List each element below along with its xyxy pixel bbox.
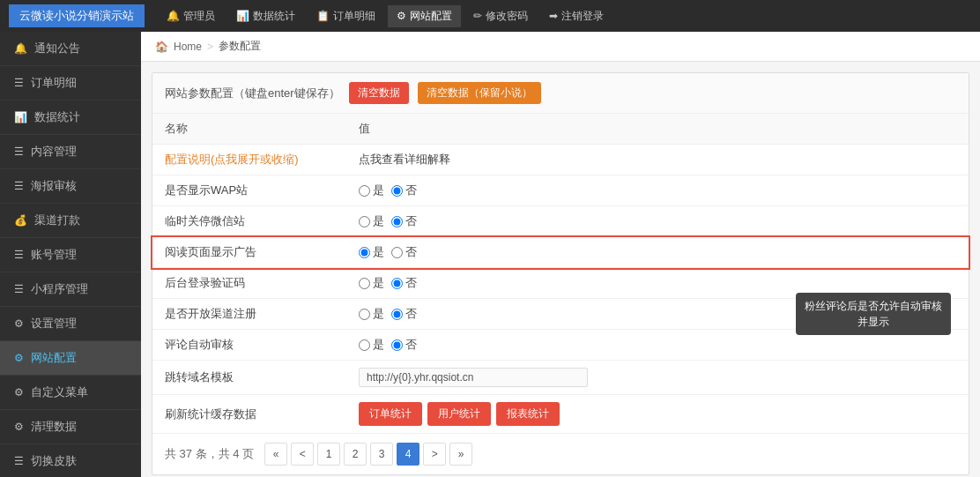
table-row: 跳转域名模板 [152, 361, 969, 395]
sidebar-item-content[interactable]: ☰ 内容管理 [0, 135, 141, 169]
radio-no[interactable] [391, 339, 403, 351]
row-value: 是 否 粉丝评论后是否允许自动审核 并显示 [346, 299, 969, 330]
top-bar: 云微读小说分销演示站 🔔 管理员 📊 数据统计 📋 订单明细 ⚙ 网站配置 ✏ … [0, 0, 980, 32]
top-nav-orders[interactable]: 📋 订单明细 [308, 5, 384, 27]
row-value: 是 否 [346, 237, 969, 268]
radio-yes-label[interactable]: 是 [359, 275, 384, 291]
row-name: 是否显示WAP站 [152, 175, 346, 206]
sidebar-item-site-config[interactable]: ⚙ 网站配置 [0, 341, 141, 376]
edit-icon: ✏ [473, 10, 482, 22]
page-1-button[interactable]: 1 [317, 443, 340, 466]
report-stats-button[interactable]: 报表统计 [496, 402, 560, 426]
sidebar-item-settings[interactable]: ⚙ 设置管理 [0, 307, 141, 341]
radio-group: 是 否 [359, 183, 956, 198]
config-header: 网站参数配置（键盘enter键保存） 清空数据 清空数据（保留小说） [152, 73, 969, 114]
sidebar: 🔔 通知公告 ☰ 订单明细 📊 数据统计 ☰ 内容管理 ☰ 海报审核 💰 渠道打… [0, 32, 141, 477]
menu-icon: ☰ [14, 77, 24, 89]
table-row: 配置说明(点我展开或收缩) 点我查看详细解释 [152, 145, 969, 175]
page-prev-button[interactable]: < [291, 443, 314, 466]
radio-no-label[interactable]: 否 [391, 306, 417, 322]
row-value: 是 否 [346, 206, 969, 237]
gear-icon: ⚙ [14, 317, 24, 330]
pagination: 共 37 条，共 4 页 « < 1 2 3 4 > » [152, 434, 969, 474]
radio-no[interactable] [391, 185, 403, 197]
page-2-button[interactable]: 2 [344, 443, 367, 466]
domain-template-input[interactable] [359, 368, 588, 387]
sidebar-item-notice[interactable]: 🔔 通知公告 [0, 32, 141, 66]
radio-yes-label[interactable]: 是 [359, 306, 384, 322]
sidebar-item-miniapp[interactable]: ☰ 小程序管理 [0, 272, 141, 307]
row-name: 配置说明(点我展开或收缩) [152, 145, 346, 175]
sidebar-item-switch-skin[interactable]: ☰ 切换皮肤 [0, 444, 141, 477]
table-row: 是否显示WAP站 是 否 [152, 175, 969, 206]
radio-yes[interactable] [359, 339, 370, 351]
radio-yes[interactable] [359, 309, 370, 320]
sidebar-item-clear-data[interactable]: ⚙ 清理数据 [0, 410, 141, 444]
radio-yes-label[interactable]: 是 [359, 213, 384, 229]
radio-no-label[interactable]: 否 [391, 183, 417, 198]
menu-icon: ☰ [14, 145, 24, 158]
bell-icon: 🔔 [14, 42, 27, 55]
row-value: 是 否 [346, 175, 969, 206]
radio-no[interactable] [391, 216, 403, 227]
page-last-button[interactable]: » [449, 443, 472, 466]
menu-icon: ☰ [14, 249, 24, 261]
radio-yes[interactable] [359, 185, 370, 197]
page-3-button[interactable]: 3 [370, 443, 393, 466]
sidebar-item-account[interactable]: ☰ 账号管理 [0, 238, 141, 272]
radio-group: 是 否 [359, 337, 956, 353]
clear-data-button[interactable]: 清空数据 [349, 82, 409, 104]
row-name: 是否开放渠道注册 [152, 299, 346, 330]
sidebar-item-orders[interactable]: ☰ 订单明细 [0, 66, 141, 101]
radio-no[interactable] [391, 247, 403, 258]
chart-icon: 📊 [14, 111, 27, 123]
radio-no-label[interactable]: 否 [391, 275, 417, 291]
table-row: 临时关停微信站 是 否 [152, 206, 969, 237]
order-stats-button[interactable]: 订单统计 [359, 402, 422, 426]
sidebar-item-poster[interactable]: ☰ 海报审核 [0, 169, 141, 204]
radio-yes-label[interactable]: 是 [359, 183, 384, 198]
radio-no-label[interactable]: 否 [391, 213, 417, 229]
site-title: 云微读小说分销演示站 [9, 4, 145, 27]
top-nav-logout[interactable]: ➡ 注销登录 [540, 5, 612, 27]
page-first-button[interactable]: « [264, 443, 287, 466]
radio-no-label[interactable]: 否 [391, 244, 417, 260]
radio-yes[interactable] [359, 247, 370, 258]
top-nav-site-config[interactable]: ⚙ 网站配置 [388, 5, 461, 27]
row-name: 跳转域名模板 [152, 361, 346, 395]
radio-group: 是 否 [359, 213, 956, 229]
clear-data-keep-novel-button[interactable]: 清空数据（保留小说） [418, 82, 541, 104]
page-4-button[interactable]: 4 [397, 443, 419, 466]
table-row: 是否开放渠道注册 是 否 粉丝评论后是否允许自动审核 并显示 [152, 299, 969, 330]
radio-yes[interactable] [359, 278, 370, 289]
top-nav-change-password[interactable]: ✏ 修改密码 [464, 5, 537, 27]
page-next-button[interactable]: > [423, 443, 446, 466]
list-icon: 📋 [316, 10, 330, 22]
sidebar-item-channel[interactable]: 💰 渠道打款 [0, 204, 141, 238]
radio-yes[interactable] [359, 216, 370, 227]
row-name: 临时关停微信站 [152, 206, 346, 237]
radio-no-label[interactable]: 否 [391, 337, 417, 353]
breadcrumb-separator: > [207, 41, 213, 53]
home-icon: 🏠 [155, 41, 168, 53]
radio-yes-label[interactable]: 是 [359, 244, 384, 260]
main-content: 🏠 Home > 参数配置 网站参数配置（键盘enter键保存） 清空数据 清空… [141, 32, 980, 477]
radio-no[interactable] [391, 309, 403, 320]
radio-no[interactable] [391, 278, 403, 289]
top-nav-stats[interactable]: 📊 数据统计 [227, 5, 304, 27]
layout: 🔔 通知公告 ☰ 订单明细 📊 数据统计 ☰ 内容管理 ☰ 海报审核 💰 渠道打… [0, 32, 980, 477]
radio-yes-label[interactable]: 是 [359, 337, 384, 353]
radio-group: 是 否 [359, 244, 956, 260]
top-nav-admin[interactable]: 🔔 管理员 [158, 5, 224, 27]
tooltip: 粉丝评论后是否允许自动审核 并显示 [796, 293, 951, 335]
config-table: 名称 值 配置说明(点我展开或收缩) 点我查看详细解释 是否显示WAP站 [152, 114, 969, 434]
user-stats-button[interactable]: 用户统计 [427, 402, 491, 426]
config-desc-link[interactable]: 配置说明(点我展开或收缩) [165, 153, 299, 166]
sidebar-item-custom-menu[interactable]: ⚙ 自定义菜单 [0, 376, 141, 410]
col-name: 名称 [152, 114, 346, 145]
menu-icon: ☰ [14, 283, 24, 295]
row-name: 后台登录验证码 [152, 268, 346, 299]
sidebar-item-data-stats[interactable]: 📊 数据统计 [0, 101, 141, 135]
chart-icon: 📊 [236, 10, 249, 22]
top-nav: 🔔 管理员 📊 数据统计 📋 订单明细 ⚙ 网站配置 ✏ 修改密码 ➡ 注销登录 [158, 5, 612, 27]
